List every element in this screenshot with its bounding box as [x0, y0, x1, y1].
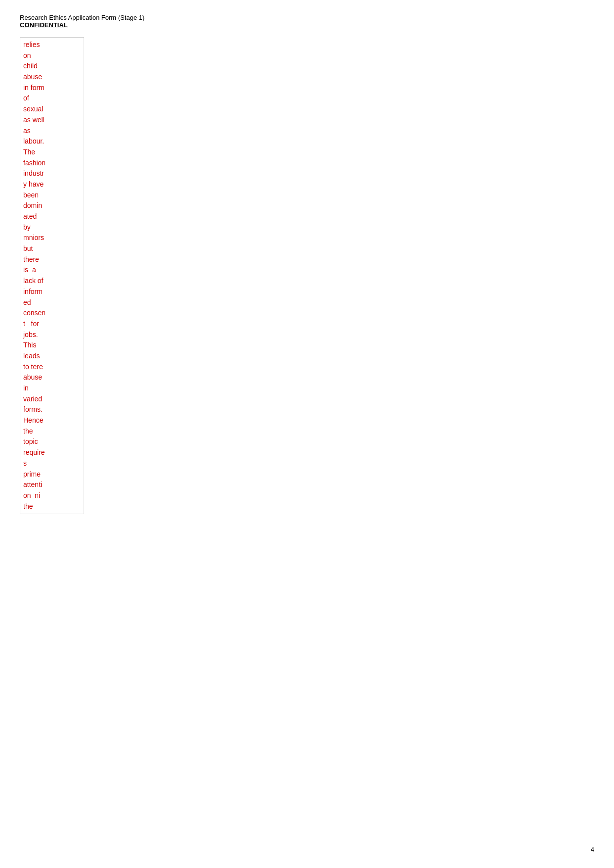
header-title: Research Ethics Application Form (Stage …	[20, 14, 144, 21]
text-box: relies on child abuse in form of sexual …	[20, 37, 84, 514]
page-header: Research Ethics Application Form (Stage …	[20, 14, 144, 29]
header-confidential: CONFIDENTIAL	[20, 21, 144, 29]
page-number: 4	[591, 846, 594, 853]
text-content: relies on child abuse in form of sexual …	[23, 40, 81, 512]
